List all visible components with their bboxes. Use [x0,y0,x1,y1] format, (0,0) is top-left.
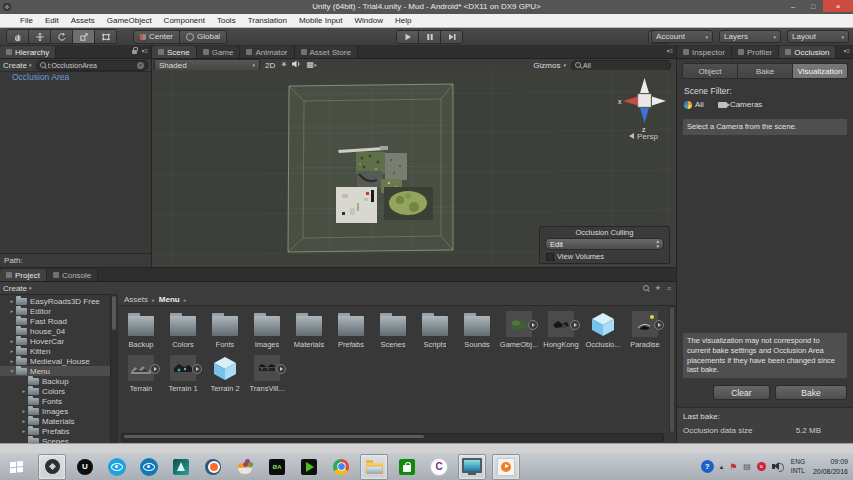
menu-item[interactable]: Window [349,16,389,25]
vol-tray-icon[interactable] [772,461,785,472]
eye1-taskbar-icon[interactable] [104,455,130,479]
hand-tool-button[interactable] [7,30,29,43]
asset-thumbnail[interactable] [336,310,366,338]
folder-tree-item[interactable]: ▸ Colors [0,386,110,396]
lock-icon[interactable] [132,50,137,54]
scene-view-tab[interactable]: Game [197,46,241,58]
asset-expand-icon[interactable] [570,320,580,330]
menu-item[interactable]: Edit [39,16,65,25]
redx-tray-icon[interactable]: × [757,462,766,471]
breadcrumb-current[interactable]: Menu [159,295,180,304]
gizmos-dropdown[interactable]: Gizmos▾ [533,61,566,70]
asset-expand-icon[interactable] [276,364,286,374]
title-bar[interactable]: Unity (64bit) - Trial4.unity - Mud - And… [0,0,853,14]
unity-taskbar-icon[interactable] [38,454,66,480]
scene-search-input[interactable]: All [571,60,671,71]
minimize-button[interactable]: – [783,0,803,12]
menu-item[interactable]: Mobile Input [293,16,349,25]
start-taskbar-icon[interactable] [2,455,32,479]
asset-item[interactable]: Occlusio... [582,310,624,349]
asset-thumbnail[interactable] [504,310,534,338]
tab-hierarchy[interactable]: Hierarchy [0,46,56,58]
foldout-arrow-icon[interactable]: ▸ [8,348,16,354]
search-icon[interactable] [643,285,649,291]
unreal-taskbar-icon[interactable]: U [72,455,98,479]
account-dropdown[interactable]: Account▾ [651,30,713,43]
asset-thumbnail[interactable] [210,354,240,382]
folder-tree-item[interactable]: ▾ Menu [0,366,110,376]
panel-menu-icon[interactable]: ▾≡ [666,47,673,54]
scrollbar-thumb[interactable] [112,296,116,330]
menu-item[interactable]: Assets [65,16,101,25]
hierarchy-search-input[interactable]: t:OcclusionArea × [36,60,148,71]
asset-item[interactable]: TransVill... [246,354,288,393]
fruits-taskbar-icon[interactable] [232,455,258,479]
asset-item[interactable]: Paradise [624,310,666,349]
foldout-arrow-icon[interactable]: ▸ [20,428,28,434]
asset-item[interactable]: HongKong [540,310,582,349]
occlusion-mode-tab[interactable]: Object [683,64,738,78]
occlusion-mode-tab[interactable]: Visualization [793,64,847,78]
scrollbar-thumb[interactable] [124,435,424,438]
audio-toggle-icon[interactable] [292,60,301,71]
foldout-arrow-icon[interactable]: ▸ [8,358,16,364]
view-volumes-checkbox[interactable] [546,253,554,261]
effects-dropdown-icon[interactable]: ▦▾ [306,60,316,70]
scene-viewport[interactable]: x z Persp Occlusion Culling Edit▲▼ View … [152,70,676,267]
project-create-button[interactable]: Create▾ [3,284,32,293]
space-global-button[interactable]: Global [180,31,226,43]
folder-tree-item[interactable]: ▸ HoverCar [0,336,110,346]
pause-button[interactable] [419,31,441,43]
toggle-2d-button[interactable]: 2D [265,61,275,70]
menu-item[interactable]: GameObject [101,16,158,25]
rect-tool-button[interactable] [95,30,116,43]
blender-taskbar-icon[interactable] [200,455,226,479]
inspector-tab[interactable]: Occlusion [779,46,836,58]
scene-orientation-gizmo[interactable]: x z Persp [618,78,666,141]
hierarchy-create-button[interactable]: Create▾ [3,61,32,70]
grid-vertical-scrollbar[interactable] [669,306,675,433]
asset-thumbnail[interactable] [294,310,324,338]
hierarchy-item[interactable]: Occlusion Area [0,71,151,82]
asset-thumbnail[interactable] [252,310,282,338]
asset-item[interactable]: Fonts [204,310,246,349]
language-indicator[interactable]: ENGINTL [791,458,805,475]
chrome-taskbar-icon[interactable] [328,455,354,479]
foldout-arrow-icon[interactable]: ▸ [8,338,16,344]
help-tray-icon[interactable]: ? [701,460,714,473]
bittorrent-taskbar-icon[interactable]: C [426,455,452,479]
asset-thumbnail[interactable] [168,310,198,338]
lighting-toggle-icon[interactable]: ☀ [280,60,287,70]
folder-tree-item[interactable]: Fonts [0,396,110,406]
asset-item[interactable]: Terrain [120,354,162,393]
asset-expand-icon[interactable] [192,364,202,374]
asset-thumbnail[interactable] [168,354,198,382]
grid-horizontal-scrollbar[interactable] [121,433,664,442]
asset-item[interactable]: Scripts [414,310,456,349]
menu-item[interactable]: Help [389,16,417,25]
scene-view-tab[interactable]: Asset Store [295,46,358,58]
asset-thumbnail[interactable] [252,354,282,382]
asset-thumbnail[interactable] [462,310,492,338]
clear-button[interactable]: Clear [713,385,770,400]
mediaplayer-taskbar-icon[interactable] [492,454,520,480]
asset-item[interactable]: Sounds [456,310,498,349]
folder-tree-item[interactable]: ▸ Images [0,406,110,416]
menu-item[interactable]: File [14,16,39,25]
greenplay-taskbar-icon[interactable] [296,455,322,479]
foldout-arrow-icon[interactable]: ▸ [8,308,16,314]
project-tab[interactable]: Console [47,269,98,281]
pivot-center-button[interactable]: Center [134,31,180,43]
asset-expand-icon[interactable] [528,320,538,330]
clear-search-icon[interactable]: × [137,62,144,69]
asset-item[interactable]: Terrain 1 [162,354,204,393]
inspector-tab[interactable]: Profiler [732,46,779,58]
layers-dropdown[interactable]: Layers▾ [719,30,781,43]
caret-tray-icon[interactable]: ▴ [720,463,724,471]
scale-tool-button[interactable] [73,30,95,43]
asset-thumbnail[interactable] [420,310,450,338]
menu-item[interactable]: Tools [211,16,242,25]
project-tab[interactable]: Project [0,269,47,281]
taskbar-clock[interactable]: 09:0920/08/2016 [813,457,848,476]
foldout-arrow-icon[interactable]: ▸ [20,388,28,394]
